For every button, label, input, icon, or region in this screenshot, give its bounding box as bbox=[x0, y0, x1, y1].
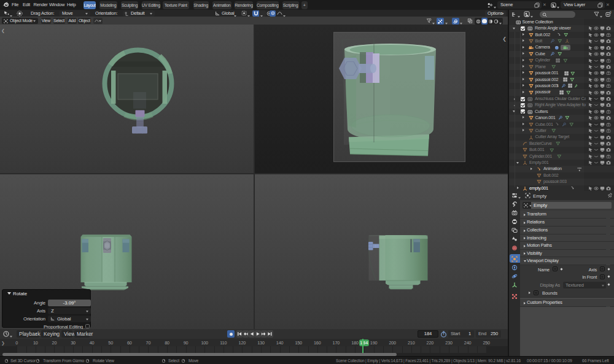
svg-text:0: 0 bbox=[610, 11, 612, 14]
